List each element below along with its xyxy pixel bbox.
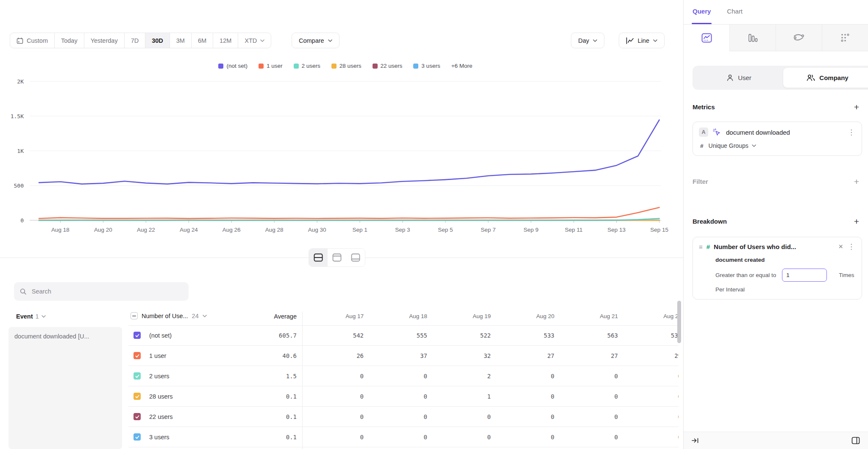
granularity-dropdown[interactable]: Day — [571, 33, 604, 48]
range-30d[interactable]: 30D — [145, 33, 170, 48]
value-cell: 0 — [556, 393, 620, 400]
tab-chart[interactable]: Chart — [727, 8, 743, 24]
close-icon[interactable]: × — [838, 243, 843, 250]
layout-bottom-button[interactable] — [346, 249, 365, 266]
breakdown-section-title: Breakdown — [693, 218, 727, 225]
value-cell: 0 — [493, 434, 556, 441]
range-xtd[interactable]: XTD — [238, 33, 271, 48]
series-checkbox[interactable] — [134, 413, 141, 420]
value-cell: 0 — [302, 393, 366, 400]
view-tab-bar-chart[interactable] — [729, 25, 776, 51]
compare-button[interactable]: Compare — [292, 33, 339, 48]
metric-menu-button[interactable]: ⋮ — [847, 129, 856, 136]
add-metric-button[interactable]: + — [854, 103, 859, 111]
value-cell: 0 — [429, 413, 493, 420]
filter-section-title: Filter — [693, 178, 708, 185]
value-cell: 27 — [493, 352, 556, 359]
range-yesterday[interactable]: Yesterday — [84, 33, 125, 48]
chart-type-dropdown[interactable]: Line — [619, 33, 665, 48]
value-cell: 536 — [620, 332, 679, 339]
side-panel-icon[interactable] — [851, 437, 860, 444]
chevron-down-icon — [260, 39, 264, 42]
view-tab-grid[interactable] — [822, 25, 868, 51]
date-column-header: Aug 17 — [302, 313, 366, 319]
view-tab-flow[interactable] — [776, 25, 822, 51]
aggregation-dropdown[interactable]: Unique Groups — [709, 142, 756, 149]
metric-card[interactable]: A document downloaded ⋮ # Unique Groups — [693, 122, 862, 156]
layout-top-button[interactable] — [328, 249, 346, 266]
date-column-header: Aug 19 — [429, 313, 493, 319]
breakdown-title: Number of Users who did... — [714, 243, 835, 250]
range-label: Custom — [27, 37, 48, 44]
breakdown-menu-button[interactable]: ⋮ — [847, 243, 856, 250]
svg-text:Aug 22: Aug 22 — [137, 227, 155, 233]
svg-text:500: 500 — [14, 183, 24, 189]
select-all-checkbox[interactable] — [131, 312, 138, 319]
panel-footer — [684, 432, 868, 449]
collapse-panel-icon[interactable] — [692, 438, 699, 443]
scope-company-button[interactable]: Company — [783, 68, 868, 88]
value-cell: 0 — [366, 413, 429, 420]
range-12m[interactable]: 12M — [213, 33, 238, 48]
drag-handle-icon[interactable]: ≡ — [699, 243, 703, 250]
scope-user-label: User — [738, 74, 751, 81]
scope-user-button[interactable]: User — [695, 68, 783, 88]
range-3m[interactable]: 3M — [170, 33, 192, 48]
chevron-down-icon[interactable] — [203, 315, 207, 317]
svg-text:Aug 20: Aug 20 — [94, 227, 112, 233]
series-checkbox[interactable] — [134, 352, 141, 359]
average-value: 605.7 — [229, 332, 297, 339]
column-divider — [302, 311, 303, 449]
breakdown-card[interactable]: ≡ # Number of Users who did... × ⋮ docum… — [693, 237, 862, 299]
line-chart[interactable]: 05001K1.5K2KAug 18Aug 20Aug 22Aug 24Aug … — [8, 55, 682, 244]
range-today[interactable]: Today — [55, 33, 84, 48]
series-label: (not set) — [149, 332, 172, 339]
view-tab-line-chart[interactable] — [684, 25, 729, 51]
range-6m[interactable]: 6M — [192, 33, 213, 48]
calendar-icon — [17, 37, 23, 44]
series-checkbox[interactable] — [134, 393, 141, 400]
range-7d[interactable]: 7D — [125, 33, 146, 48]
search-input[interactable] — [32, 288, 183, 295]
granularity-label: Day — [578, 37, 589, 44]
compare-label: Compare — [299, 37, 324, 44]
value-cell: 542 — [302, 332, 366, 339]
series-checkbox[interactable] — [134, 433, 141, 441]
svg-text:Sep 5: Sep 5 — [438, 227, 453, 233]
value-cell: 1 — [429, 393, 493, 400]
value-cell: 0 — [493, 373, 556, 380]
vertical-scrollbar[interactable] — [677, 301, 681, 343]
series-checkbox[interactable] — [134, 332, 141, 339]
average-value: 0.1 — [229, 393, 297, 400]
svg-text:Sep 13: Sep 13 — [607, 227, 626, 233]
times-label: Times — [839, 272, 854, 278]
tab-query[interactable]: Query — [693, 8, 711, 24]
line-chart-icon — [701, 33, 712, 43]
value-cell: 27 — [556, 352, 620, 359]
condition-value-input[interactable] — [782, 269, 827, 282]
svg-text:Aug 28: Aug 28 — [265, 227, 284, 233]
svg-text:Sep 7: Sep 7 — [481, 227, 495, 233]
add-breakdown-button[interactable]: + — [854, 217, 859, 226]
average-value: 40.6 — [229, 352, 297, 359]
aggregation-label: Unique Groups — [709, 142, 748, 149]
value-cell: 0 — [556, 373, 620, 380]
add-filter-button[interactable]: + — [854, 177, 859, 186]
layout-split-button[interactable] — [309, 249, 328, 266]
chart-type-label: Line — [638, 37, 649, 44]
range-custom[interactable]: Custom — [10, 33, 55, 48]
hash-icon: # — [700, 143, 704, 149]
value-cell: 0 — [493, 413, 556, 420]
condition-label: Greater than or equal to — [715, 272, 776, 278]
range-label: 7D — [131, 37, 139, 44]
series-checkbox[interactable] — [134, 372, 141, 380]
value-cell: 555 — [366, 332, 429, 339]
value-cell: 0 — [493, 393, 556, 400]
event-column-header[interactable]: Event 1 — [16, 313, 46, 320]
event-name-cell[interactable]: document downloaded [U... — [8, 327, 122, 449]
flow-icon — [793, 33, 804, 42]
value-cell: 0 — [556, 434, 620, 441]
average-column-header: Average — [229, 313, 297, 320]
value-cell: 563 — [556, 332, 620, 339]
date-column-header: Aug 18 — [366, 313, 429, 319]
